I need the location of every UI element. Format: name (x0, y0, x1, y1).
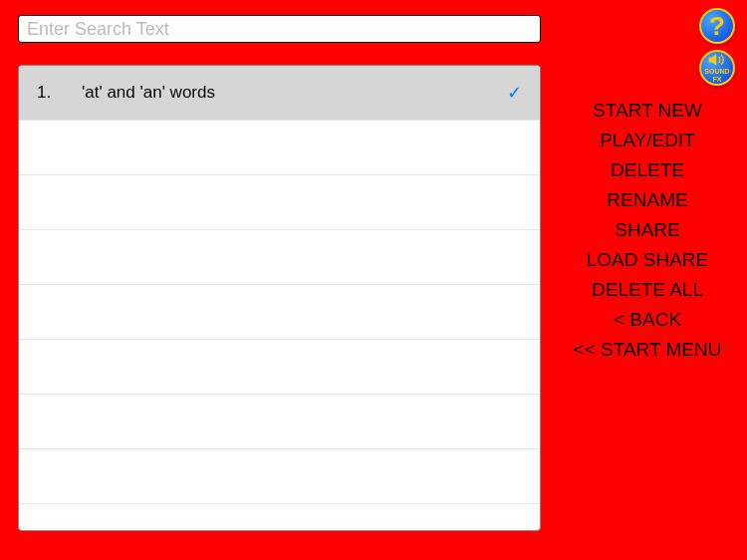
delete-all-button[interactable]: DELETE ALL (592, 279, 703, 301)
sound-fx-button[interactable]: SOUND FX (699, 50, 735, 86)
list-row[interactable] (19, 340, 540, 395)
share-button[interactable]: SHARE (615, 219, 679, 241)
action-menu: START NEW PLAY/EDIT DELETE RENAME SHARE … (558, 100, 737, 361)
question-mark-icon: ? (709, 13, 725, 39)
speaker-icon (707, 53, 727, 67)
list-row[interactable] (19, 175, 540, 230)
list-row[interactable] (19, 504, 540, 531)
list-row-title: 'at' and 'an' words (82, 83, 522, 103)
list-row[interactable] (19, 285, 540, 340)
sound-label-2: FX (713, 76, 722, 83)
list-row[interactable] (19, 395, 540, 449)
search-input[interactable] (18, 15, 541, 43)
list-row[interactable] (19, 449, 540, 504)
list-row[interactable]: 1. 'at' and 'an' words ✓ (19, 66, 540, 121)
help-button[interactable]: ? (699, 8, 735, 44)
load-share-button[interactable]: LOAD SHARE (587, 249, 708, 271)
start-menu-button[interactable]: << START MENU (574, 339, 722, 361)
checkmark-icon: ✓ (507, 82, 522, 104)
rename-button[interactable]: RENAME (607, 189, 687, 211)
play-edit-button[interactable]: PLAY/EDIT (600, 130, 695, 151)
sound-label-1: SOUND (704, 68, 729, 75)
back-button[interactable]: < BACK (614, 309, 681, 331)
list-row[interactable] (19, 230, 540, 285)
list-panel: 1. 'at' and 'an' words ✓ (18, 65, 541, 531)
list-row[interactable] (19, 121, 540, 175)
delete-button[interactable]: DELETE (611, 159, 684, 181)
start-new-button[interactable]: START NEW (593, 100, 702, 122)
list-row-number: 1. (37, 83, 82, 103)
